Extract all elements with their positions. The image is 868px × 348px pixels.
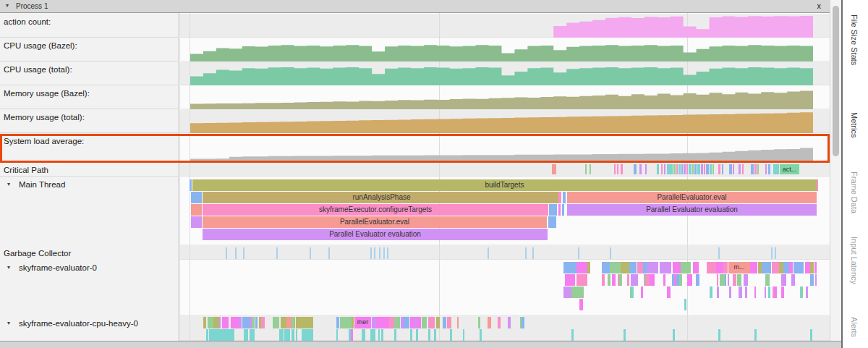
trace-slice[interactable] xyxy=(328,247,330,259)
trace-slice[interactable] xyxy=(634,164,637,174)
trace-slice[interactable] xyxy=(765,274,770,286)
trace-slice[interactable] xyxy=(772,262,779,273)
trace-slice[interactable] xyxy=(279,329,284,341)
trace-slice[interactable] xyxy=(488,317,491,328)
trace-slice[interactable] xyxy=(243,247,244,259)
trace-slice[interactable] xyxy=(720,274,725,286)
trace-slice[interactable] xyxy=(552,164,556,174)
trace-slice[interactable] xyxy=(284,329,290,341)
trace-slice[interactable] xyxy=(383,247,385,259)
trace-slice[interactable] xyxy=(230,329,234,341)
trace-slice[interactable] xyxy=(793,262,804,273)
trace-slice[interactable] xyxy=(450,329,452,341)
trace-slice[interactable] xyxy=(610,247,611,259)
trace-slice[interactable] xyxy=(608,274,610,286)
trace-slice[interactable] xyxy=(387,247,388,259)
trace-slice[interactable] xyxy=(226,247,227,259)
trace-slice[interactable] xyxy=(222,317,229,328)
trace-slice[interactable] xyxy=(417,317,421,328)
trace-slice[interactable] xyxy=(710,287,712,298)
vertical-scrollbar-thumb[interactable] xyxy=(833,6,839,156)
counter-chart-cpu-usage-total[interactable] xyxy=(190,63,813,85)
trace-slice[interactable] xyxy=(718,329,720,341)
trace-slice[interactable] xyxy=(410,329,412,341)
trace-slice[interactable] xyxy=(704,164,705,174)
tab-frame-data[interactable]: Frame Data xyxy=(850,171,859,213)
counter-chart-memory-usage-total[interactable] xyxy=(190,111,813,133)
trace-slice[interactable] xyxy=(508,317,511,328)
trace-slice[interactable] xyxy=(619,274,622,286)
trace-slice[interactable] xyxy=(684,299,686,310)
trace-slice[interactable] xyxy=(815,274,817,286)
trace-slice[interactable] xyxy=(647,262,658,273)
trace-slice[interactable] xyxy=(791,274,795,286)
trace-slice[interactable] xyxy=(762,262,771,273)
trace-slice[interactable] xyxy=(239,317,242,328)
trace-slice-parallelevaluator-eval[interactable]: ParallelEvaluator.eval xyxy=(567,192,817,203)
close-icon[interactable]: x xyxy=(817,1,822,10)
trace-slice[interactable] xyxy=(774,287,777,298)
trace-slice[interactable] xyxy=(617,164,618,174)
trace-slice[interactable] xyxy=(667,287,671,298)
trace-slice[interactable] xyxy=(213,317,219,328)
trace-slice[interactable] xyxy=(602,262,610,273)
trace-slice-mer[interactable]: mer xyxy=(354,317,371,328)
collapse-triangle-icon[interactable]: ▾ xyxy=(6,2,9,9)
trace-slice[interactable] xyxy=(775,247,776,259)
trace-slice[interactable] xyxy=(765,287,766,298)
trace-slice[interactable] xyxy=(191,204,202,216)
trace-slice[interactable] xyxy=(781,287,784,298)
trace-slice[interactable] xyxy=(235,247,237,259)
trace-slice[interactable] xyxy=(255,317,258,328)
trace-slice[interactable] xyxy=(212,329,218,341)
trace-slice[interactable] xyxy=(242,317,247,328)
collapse-triangle-icon[interactable]: ▾ xyxy=(7,181,10,187)
trace-slice[interactable] xyxy=(208,317,213,328)
trace-slice[interactable] xyxy=(372,329,375,341)
trace-slice[interactable] xyxy=(389,317,394,328)
trace-slice[interactable] xyxy=(771,247,773,259)
trace-slice[interactable] xyxy=(296,329,297,341)
trace-slice-runanalysisphase[interactable]: runAnalysisPhase xyxy=(203,192,561,203)
trace-slice[interactable] xyxy=(276,247,278,259)
trace-slice[interactable] xyxy=(190,179,192,191)
trace-slice[interactable] xyxy=(457,317,459,328)
trace-slice[interactable] xyxy=(754,329,757,341)
trace-slice[interactable] xyxy=(352,317,354,328)
trace-slice[interactable] xyxy=(286,317,292,328)
counter-chart-system-load-average[interactable] xyxy=(190,137,813,162)
trace-slice-skyframeexecutor-configuretargets[interactable]: skyframeExecutor.configureTargets xyxy=(203,204,548,216)
collapse-triangle-icon[interactable]: ▾ xyxy=(7,320,10,326)
trace-slice[interactable] xyxy=(480,329,482,341)
trace-slice[interactable] xyxy=(723,262,728,273)
trace-slice[interactable] xyxy=(571,287,584,298)
trace-slice[interactable] xyxy=(697,164,700,174)
trace-slice[interactable] xyxy=(381,329,383,341)
trace-slice[interactable] xyxy=(634,274,638,286)
tab-alerts[interactable]: Alerts xyxy=(850,317,859,337)
trace-slice[interactable] xyxy=(742,164,744,174)
trace-slice[interactable] xyxy=(532,247,534,259)
trace-slice[interactable] xyxy=(716,262,723,273)
trace-slice[interactable] xyxy=(739,287,742,298)
trace-slice[interactable] xyxy=(362,329,365,341)
trace-slice[interactable] xyxy=(645,164,647,174)
trace-slice[interactable] xyxy=(610,262,621,273)
trace-slice[interactable] xyxy=(203,317,206,328)
trace-slice[interactable] xyxy=(805,262,810,273)
trace-slice[interactable] xyxy=(416,329,418,341)
trace-slice[interactable] xyxy=(571,329,574,341)
trace-slice[interactable] xyxy=(696,274,699,286)
trace-slice[interactable] xyxy=(687,274,692,286)
trace-slice[interactable] xyxy=(549,204,557,216)
trace-slice[interactable] xyxy=(379,247,380,259)
trace-slice[interactable] xyxy=(384,317,389,328)
counter-chart-action-count[interactable] xyxy=(190,15,813,38)
trace-slice[interactable] xyxy=(621,164,623,174)
trace-slice[interactable] xyxy=(712,164,714,174)
trace-slice[interactable] xyxy=(781,274,786,286)
trace-slice[interactable] xyxy=(565,274,575,286)
trace-slice[interactable] xyxy=(810,274,814,286)
timeline-canvas[interactable]: act...buildTargetsrunAnalysisPhaseParall… xyxy=(180,13,830,341)
trace-slice[interactable] xyxy=(522,317,524,328)
